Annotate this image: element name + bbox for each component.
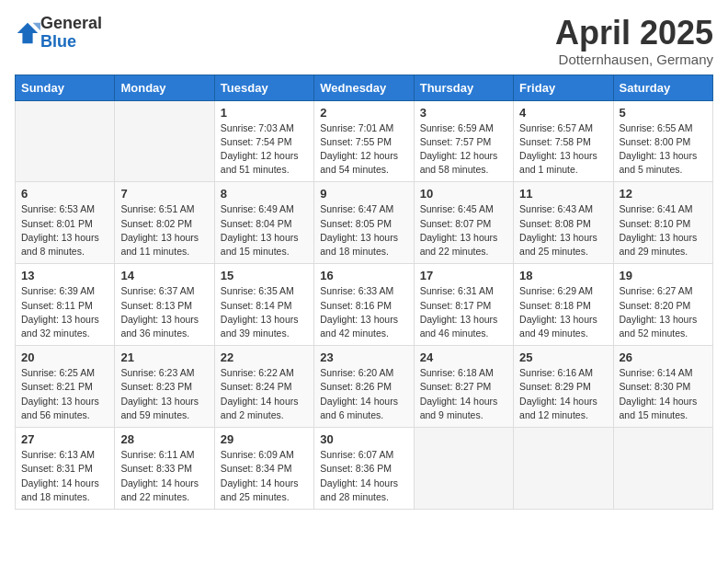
week-row-2: 6Sunrise: 6:53 AMSunset: 8:01 PMDaylight…: [16, 182, 713, 264]
day-number: 13: [21, 269, 108, 282]
day-info: Sunrise: 6:41 AMSunset: 8:10 PMDaylight:…: [620, 202, 707, 259]
day-number: 29: [221, 432, 308, 446]
day-cell: 28Sunrise: 6:11 AMSunset: 8:33 PMDayligh…: [115, 428, 214, 510]
day-cell: 26Sunrise: 6:14 AMSunset: 8:30 PMDayligh…: [613, 346, 712, 428]
day-info: Sunrise: 6:20 AMSunset: 8:26 PMDaylight:…: [320, 366, 407, 422]
day-cell: 21Sunrise: 6:23 AMSunset: 8:23 PMDayligh…: [115, 346, 214, 428]
day-cell: 10Sunrise: 6:45 AMSunset: 8:07 PMDayligh…: [414, 182, 513, 264]
day-number: 27: [21, 432, 108, 446]
day-number: 16: [320, 269, 407, 282]
logo-general-text: General: [40, 14, 102, 32]
weekday-sunday: Sunday: [16, 75, 115, 100]
day-cell: 6Sunrise: 6:53 AMSunset: 8:01 PMDaylight…: [16, 182, 115, 264]
day-info: Sunrise: 6:33 AMSunset: 8:16 PMDaylight:…: [320, 284, 407, 340]
day-info: Sunrise: 6:47 AMSunset: 8:05 PMDaylight:…: [320, 202, 407, 259]
day-info: Sunrise: 6:31 AMSunset: 8:17 PMDaylight:…: [420, 284, 507, 340]
day-info: Sunrise: 6:59 AMSunset: 7:57 PMDaylight:…: [420, 121, 507, 178]
day-info: Sunrise: 7:01 AMSunset: 7:55 PMDaylight:…: [320, 121, 407, 178]
month-title: April 2025: [555, 15, 713, 52]
day-cell: [414, 428, 513, 510]
logo: General Blue: [15, 15, 102, 52]
day-number: 15: [221, 269, 308, 282]
location-subtitle: Dotternhausen, Germany: [555, 52, 713, 67]
day-number: 28: [120, 432, 208, 446]
week-row-5: 27Sunrise: 6:13 AMSunset: 8:31 PMDayligh…: [16, 428, 713, 510]
day-cell: 18Sunrise: 6:29 AMSunset: 8:18 PMDayligh…: [514, 264, 613, 346]
svg-marker-0: [17, 23, 38, 43]
day-number: 30: [320, 432, 407, 446]
day-cell: 17Sunrise: 6:31 AMSunset: 8:17 PMDayligh…: [414, 264, 513, 346]
day-info: Sunrise: 6:27 AMSunset: 8:20 PMDaylight:…: [620, 284, 707, 340]
day-cell: 1Sunrise: 7:03 AMSunset: 7:54 PMDaylight…: [214, 100, 313, 182]
day-number: 23: [320, 350, 407, 364]
week-row-1: 1Sunrise: 7:03 AMSunset: 7:54 PMDaylight…: [16, 100, 713, 182]
day-cell: 3Sunrise: 6:59 AMSunset: 7:57 PMDaylight…: [414, 100, 513, 182]
day-number: 17: [420, 269, 507, 282]
weekday-monday: Monday: [115, 75, 214, 100]
weekday-saturday: Saturday: [613, 75, 712, 100]
day-cell: 23Sunrise: 6:20 AMSunset: 8:26 PMDayligh…: [314, 346, 414, 428]
day-cell: [16, 100, 115, 182]
day-info: Sunrise: 6:13 AMSunset: 8:31 PMDaylight:…: [21, 448, 108, 504]
day-number: 14: [120, 269, 208, 282]
day-cell: 19Sunrise: 6:27 AMSunset: 8:20 PMDayligh…: [613, 264, 712, 346]
weekday-thursday: Thursday: [414, 75, 513, 100]
day-cell: 2Sunrise: 7:01 AMSunset: 7:55 PMDaylight…: [314, 100, 414, 182]
day-cell: 11Sunrise: 6:43 AMSunset: 8:08 PMDayligh…: [514, 182, 613, 264]
day-number: 9: [320, 187, 407, 201]
day-cell: 4Sunrise: 6:57 AMSunset: 7:58 PMDaylight…: [514, 100, 613, 182]
logo-icon: [15, 20, 40, 46]
header: General Blue April 2025 Dotternhausen, G…: [15, 15, 713, 67]
day-number: 8: [221, 187, 308, 201]
day-number: 6: [21, 187, 108, 201]
day-info: Sunrise: 6:11 AMSunset: 8:33 PMDaylight:…: [120, 448, 208, 504]
day-info: Sunrise: 6:14 AMSunset: 8:30 PMDaylight:…: [620, 366, 707, 422]
day-info: Sunrise: 6:35 AMSunset: 8:14 PMDaylight:…: [221, 284, 308, 340]
day-info: Sunrise: 6:23 AMSunset: 8:23 PMDaylight:…: [120, 366, 208, 422]
day-info: Sunrise: 6:55 AMSunset: 8:00 PMDaylight:…: [620, 121, 707, 178]
day-number: 3: [420, 106, 507, 120]
week-row-3: 13Sunrise: 6:39 AMSunset: 8:11 PMDayligh…: [16, 264, 713, 346]
day-cell: 24Sunrise: 6:18 AMSunset: 8:27 PMDayligh…: [414, 346, 513, 428]
day-cell: 16Sunrise: 6:33 AMSunset: 8:16 PMDayligh…: [314, 264, 414, 346]
week-row-4: 20Sunrise: 6:25 AMSunset: 8:21 PMDayligh…: [16, 346, 713, 428]
day-cell: 9Sunrise: 6:47 AMSunset: 8:05 PMDaylight…: [314, 182, 414, 264]
day-cell: 22Sunrise: 6:22 AMSunset: 8:24 PMDayligh…: [214, 346, 313, 428]
day-number: 26: [620, 350, 707, 364]
day-info: Sunrise: 6:07 AMSunset: 8:36 PMDaylight:…: [320, 448, 407, 504]
day-cell: 27Sunrise: 6:13 AMSunset: 8:31 PMDayligh…: [16, 428, 115, 510]
day-info: Sunrise: 6:22 AMSunset: 8:24 PMDaylight:…: [221, 366, 308, 422]
day-cell: 15Sunrise: 6:35 AMSunset: 8:14 PMDayligh…: [214, 264, 313, 346]
day-info: Sunrise: 6:39 AMSunset: 8:11 PMDaylight:…: [21, 284, 108, 340]
day-info: Sunrise: 7:03 AMSunset: 7:54 PMDaylight:…: [221, 121, 308, 178]
day-cell: [514, 428, 613, 510]
day-number: 24: [420, 350, 507, 364]
calendar-body: 1Sunrise: 7:03 AMSunset: 7:54 PMDaylight…: [16, 100, 713, 509]
day-info: Sunrise: 6:43 AMSunset: 8:08 PMDaylight:…: [519, 202, 607, 259]
day-number: 22: [221, 350, 308, 364]
title-area: April 2025 Dotternhausen, Germany: [555, 15, 713, 67]
day-number: 10: [420, 187, 507, 201]
day-number: 5: [620, 106, 707, 120]
day-cell: 14Sunrise: 6:37 AMSunset: 8:13 PMDayligh…: [115, 264, 214, 346]
weekday-wednesday: Wednesday: [314, 75, 414, 100]
day-info: Sunrise: 6:29 AMSunset: 8:18 PMDaylight:…: [519, 284, 607, 340]
day-number: 19: [620, 269, 707, 282]
day-number: 11: [519, 187, 607, 201]
day-cell: 25Sunrise: 6:16 AMSunset: 8:29 PMDayligh…: [514, 346, 613, 428]
day-number: 2: [320, 106, 407, 120]
day-cell: 7Sunrise: 6:51 AMSunset: 8:02 PMDaylight…: [115, 182, 214, 264]
day-number: 1: [221, 106, 308, 120]
day-info: Sunrise: 6:09 AMSunset: 8:34 PMDaylight:…: [221, 448, 308, 504]
day-cell: 30Sunrise: 6:07 AMSunset: 8:36 PMDayligh…: [314, 428, 414, 510]
day-number: 25: [519, 350, 607, 364]
day-info: Sunrise: 6:51 AMSunset: 8:02 PMDaylight:…: [120, 202, 208, 259]
day-cell: 29Sunrise: 6:09 AMSunset: 8:34 PMDayligh…: [214, 428, 313, 510]
day-cell: 20Sunrise: 6:25 AMSunset: 8:21 PMDayligh…: [16, 346, 115, 428]
day-number: 4: [519, 106, 607, 120]
day-cell: 5Sunrise: 6:55 AMSunset: 8:00 PMDaylight…: [613, 100, 712, 182]
day-info: Sunrise: 6:45 AMSunset: 8:07 PMDaylight:…: [420, 202, 507, 259]
day-cell: [613, 428, 712, 510]
day-number: 12: [620, 187, 707, 201]
day-info: Sunrise: 6:53 AMSunset: 8:01 PMDaylight:…: [21, 202, 108, 259]
